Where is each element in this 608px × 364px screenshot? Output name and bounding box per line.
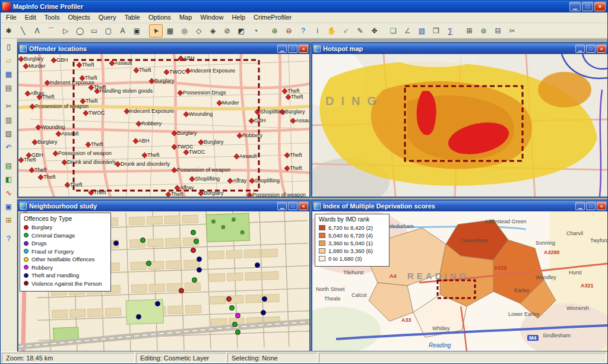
minimize-button[interactable]: ▁: [277, 202, 287, 210]
hotspot-map-canvas[interactable]: DING: [312, 54, 607, 197]
maximize-button[interactable]: □: [288, 45, 297, 53]
unselect-all-tool[interactable]: ⊘: [220, 24, 234, 37]
offence-dot: [197, 267, 202, 273]
menu-window[interactable]: Window: [196, 13, 227, 22]
new-redistricter-button[interactable]: ⊞: [2, 214, 16, 226]
menu-objects[interactable]: Objects: [64, 13, 94, 22]
paste-button[interactable]: ▧: [2, 127, 16, 140]
print-button[interactable]: ▤: [2, 81, 16, 94]
close-button[interactable]: ×: [597, 45, 606, 53]
minimize-button[interactable]: ▁: [575, 202, 585, 210]
close-button[interactable]: ×: [594, 2, 606, 11]
status-zoom[interactable]: Zoom: 18.45 km: [2, 353, 135, 363]
maximize-button[interactable]: □: [288, 202, 297, 210]
polygon-select-tool[interactable]: ◇: [192, 24, 205, 37]
change-view-tool[interactable]: ?: [296, 24, 310, 37]
imd-title-bar[interactable]: Index of Multiple Deprivation scores ▁ □…: [312, 201, 607, 211]
label-tool[interactable]: ✎: [353, 24, 367, 37]
separator[interactable]: [2, 154, 16, 158]
new-mapper-button[interactable]: ◧: [2, 173, 16, 185]
new-grapher-button[interactable]: ∿: [2, 186, 16, 199]
save-table-button[interactable]: ▦: [2, 68, 16, 80]
polyline-tool[interactable]: Λ: [30, 24, 44, 37]
hotspot-title-bar[interactable]: Hotspot map ▁ □ ×: [312, 43, 607, 54]
menu-crimeprofiler[interactable]: CrimeProfiler: [249, 13, 296, 22]
close-button[interactable]: ×: [299, 45, 308, 53]
new-browser-button[interactable]: ▤: [2, 159, 16, 172]
separator[interactable]: [458, 24, 462, 37]
boundary-select-tool[interactable]: ◈: [206, 24, 220, 37]
separator[interactable]: [2, 95, 16, 99]
title-bar[interactable]: MapInfo Crime Profiler ▁ □ ×: [1, 1, 607, 12]
close-button[interactable]: ×: [299, 202, 308, 210]
crime-point-icon: [19, 56, 23, 61]
map-place-label: Winnersh: [566, 305, 589, 311]
pan-tool[interactable]: ✋: [325, 24, 338, 37]
menu-file[interactable]: File: [2, 13, 21, 22]
status-editing[interactable]: Editing: Cosmetic Layer: [136, 353, 226, 363]
clip-region-button[interactable]: ✂: [505, 24, 519, 37]
rounded-rectangle-tool[interactable]: ▢: [102, 24, 115, 37]
cut-button[interactable]: ✂: [2, 100, 16, 112]
minimize-button[interactable]: ▁: [569, 2, 581, 11]
rectangle-tool[interactable]: ▭: [87, 24, 101, 37]
separator[interactable]: [2, 227, 16, 231]
offence-dot: [136, 314, 141, 319]
separator[interactable]: [263, 24, 267, 37]
arc-tool[interactable]: ⌒: [45, 24, 58, 37]
drag-map-window-tool[interactable]: ✥: [368, 24, 381, 37]
offender-map-canvas[interactable]: BurglaryGBHTheftAssaultABHMurderTheftTWO…: [18, 54, 309, 197]
line-tool[interactable]: ╲: [16, 24, 30, 37]
menu-help[interactable]: Help: [227, 13, 249, 22]
assign-selected-button[interactable]: ⊟: [491, 24, 505, 37]
menu-map[interactable]: Map: [175, 13, 196, 22]
ruler-tool[interactable]: ∠: [401, 24, 414, 37]
maximize-button[interactable]: □: [582, 2, 593, 11]
neighbourhood-map-canvas[interactable]: Offences by Type BurglaryCriminal Damage…: [18, 211, 309, 351]
district-window-button[interactable]: ⊞: [463, 24, 476, 37]
set-target-district-button[interactable]: ⊚: [477, 24, 490, 37]
polygon-tool[interactable]: ▷: [59, 24, 72, 37]
ellipse-tool[interactable]: ◯: [73, 24, 87, 37]
frame-tool[interactable]: ▣: [130, 24, 144, 37]
menu-table[interactable]: Table: [121, 13, 144, 22]
legend-window-button[interactable]: ❐: [429, 24, 443, 37]
layer-control-button[interactable]: ❏: [387, 24, 400, 37]
statistics-window-button[interactable]: ∑: [444, 24, 457, 37]
open-table-button[interactable]: ▱: [2, 54, 16, 67]
maximize-button[interactable]: □: [586, 202, 596, 210]
select-tool[interactable]: ➤: [149, 24, 163, 37]
offender-title-bar[interactable]: Offender locations ▁ □ ×: [18, 43, 309, 54]
undo-button[interactable]: ↶: [2, 141, 16, 153]
menu-tools[interactable]: Tools: [40, 13, 64, 22]
new-layout-button[interactable]: ▣: [2, 200, 16, 213]
hotlink-tool[interactable]: ➶: [339, 24, 353, 37]
separator[interactable]: [144, 24, 148, 37]
app-icon[interactable]: [2, 2, 11, 11]
help-button[interactable]: ?: [2, 232, 16, 245]
menu-options[interactable]: Options: [144, 13, 175, 22]
symbol-tool[interactable]: ✱: [2, 24, 15, 37]
menu-query[interactable]: Query: [94, 13, 121, 22]
new-table-button[interactable]: ▯: [2, 40, 16, 53]
menu-edit[interactable]: Edit: [21, 13, 40, 22]
minimize-button[interactable]: ▁: [277, 45, 287, 53]
separator[interactable]: [382, 24, 386, 37]
zoom-in-tool[interactable]: ⊕: [268, 24, 281, 37]
radius-select-tool[interactable]: ◎: [178, 24, 191, 37]
zoom-out-tool[interactable]: ⊖: [282, 24, 296, 37]
neighbourhood-title-bar[interactable]: Neighbourhood study ▁ □ ×: [18, 201, 309, 211]
invert-selection-tool[interactable]: ◩: [235, 24, 248, 37]
graph-select-tool[interactable]: ◔: [249, 24, 262, 37]
close-button[interactable]: ×: [597, 202, 606, 210]
marquee-select-tool[interactable]: ▦: [163, 24, 177, 37]
info-tool[interactable]: i: [311, 24, 324, 37]
text-tool[interactable]: A: [116, 24, 129, 37]
status-selecting[interactable]: Selecting: None: [227, 353, 318, 363]
maximize-button[interactable]: □: [586, 45, 596, 53]
crime-point-icon: [217, 100, 221, 105]
imd-map-canvas[interactable]: MapledurhamLittlestead GreenCavershamSon…: [312, 211, 607, 351]
copy-button[interactable]: ▥: [2, 113, 16, 126]
add-theme-button[interactable]: ▧: [415, 24, 429, 37]
minimize-button[interactable]: ▁: [575, 45, 585, 53]
